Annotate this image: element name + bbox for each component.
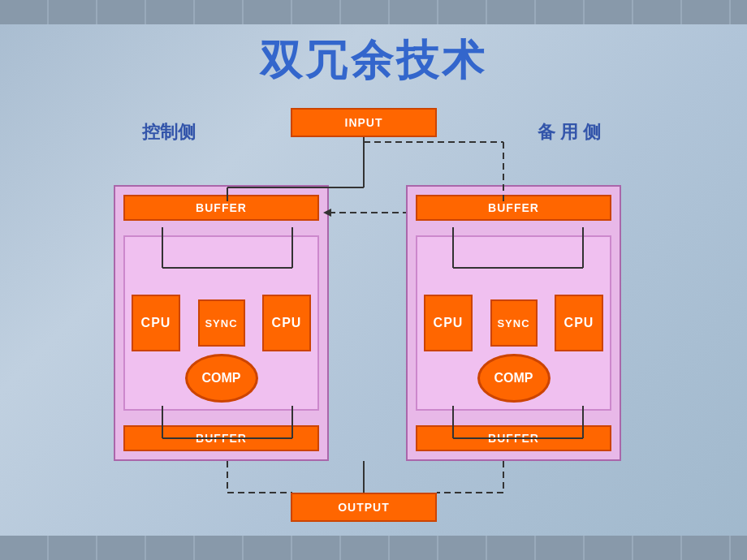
standby-side-label: 备 用 侧	[538, 120, 601, 144]
left-buffer-bottom: BUFFER	[123, 425, 319, 451]
brick-border-bottom	[0, 536, 747, 560]
left-buffer-top: BUFFER	[123, 195, 319, 221]
left-cpu-left: CPU	[132, 295, 180, 351]
brick-border-top	[0, 0, 747, 24]
left-comp: COMP	[185, 354, 258, 403]
right-cpu-right: CPU	[555, 295, 603, 351]
left-panel: BUFFER CPU SYNC CPU COMP BUFFER	[114, 185, 329, 461]
output-box: OUTPUT	[291, 493, 437, 522]
right-comp: COMP	[477, 354, 551, 403]
right-buffer-top: BUFFER	[416, 195, 611, 221]
right-inner-panel: CPU SYNC CPU COMP	[416, 235, 611, 411]
right-cpu-left: CPU	[424, 295, 473, 351]
right-buffer-bottom: BUFFER	[416, 425, 611, 451]
left-cpu-right: CPU	[262, 295, 311, 351]
page-title: 双冗余技术	[0, 32, 747, 89]
left-inner-panel: CPU SYNC CPU COMP	[123, 235, 319, 411]
input-box: INPUT	[291, 108, 437, 137]
control-side-label: 控制侧	[142, 120, 196, 144]
right-sync: SYNC	[490, 299, 538, 347]
left-sync: SYNC	[198, 299, 245, 347]
right-panel: BUFFER CPU SYNC CPU COMP BUFFER	[406, 185, 621, 461]
